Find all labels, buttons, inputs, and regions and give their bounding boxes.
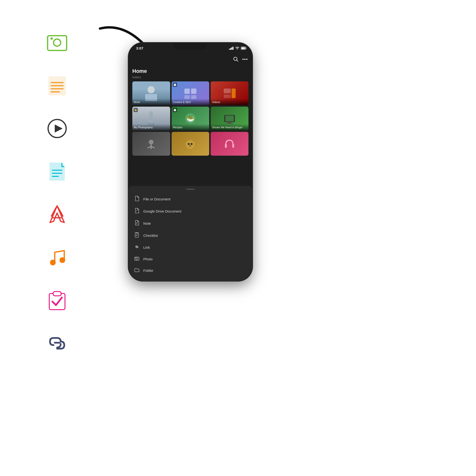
folder-shows-overlay: Shows We Need to Binge! (211, 124, 249, 130)
pdf-icon-item (43, 200, 71, 228)
folder-content-badge (173, 83, 177, 87)
folder-shows-name: Shows We Need to Binge! (212, 126, 242, 129)
svg-rect-21 (233, 47, 234, 50)
app-header-actions[interactable] (233, 57, 248, 62)
svg-point-30 (148, 86, 155, 93)
bottom-drawer: File or Document Google Drive Document (129, 186, 252, 281)
shows-img (223, 112, 236, 125)
video-icon (46, 118, 68, 139)
drawer-item-google-drive[interactable]: Google Drive Document (129, 205, 252, 217)
svg-point-2 (51, 37, 53, 40)
phone-screen: 3:07 (129, 43, 252, 281)
photo-icon (46, 32, 68, 53)
folder-cat[interactable] (171, 132, 209, 156)
drawer-item-link[interactable]: Link (129, 241, 252, 253)
svg-rect-23 (246, 48, 246, 49)
folder-videos[interactable]: Videos (211, 81, 249, 105)
svg-point-29 (246, 59, 248, 60)
drawer-item-checklist[interactable]: Checklist (129, 229, 252, 241)
drawer-note-label: Note (143, 221, 151, 225)
people-icon (173, 83, 176, 86)
svg-point-1 (53, 39, 61, 46)
svg-point-64 (191, 143, 192, 145)
folder-videos-overlay: Videos (211, 99, 249, 105)
svg-rect-65 (225, 144, 227, 148)
svg-text:🥗: 🥗 (186, 115, 194, 122)
folder-fitness[interactable] (132, 132, 170, 156)
svg-point-51 (174, 110, 176, 111)
svg-marker-45 (135, 109, 137, 111)
folder-videos-name: Videos (212, 101, 220, 103)
recipes-img: 🥗 (183, 111, 198, 126)
svg-rect-24 (241, 47, 245, 49)
svg-point-75 (136, 257, 136, 258)
drawer-item-photo[interactable]: Photo (129, 253, 252, 265)
folder-photography-badge (134, 108, 138, 112)
home-title: Home (132, 68, 249, 74)
people-icon-2 (173, 108, 176, 111)
svg-rect-66 (232, 144, 234, 148)
more-icon[interactable] (242, 59, 248, 60)
svg-rect-18 (229, 49, 230, 50)
svg-rect-33 (191, 88, 196, 94)
folder-photography[interactable]: My Photography (132, 107, 170, 130)
svg-rect-16 (53, 291, 61, 296)
link-icon (46, 332, 68, 354)
svg-point-37 (175, 84, 176, 85)
svg-point-56 (149, 140, 153, 144)
drawer-item-file[interactable]: File or Document (129, 193, 252, 205)
drawer-item-note[interactable]: Note (129, 217, 252, 229)
svg-point-28 (244, 59, 246, 60)
photo-icon-item (43, 29, 71, 57)
folder-content-seo[interactable]: Content & SEO (171, 81, 209, 105)
svg-rect-41 (224, 95, 231, 98)
svg-point-14 (60, 257, 65, 263)
folder-recipes-name: Recipes (173, 126, 183, 129)
search-icon[interactable] (233, 57, 238, 62)
svg-point-74 (136, 258, 138, 260)
folder-shows[interactable]: Shows We Need to Binge! (211, 107, 249, 130)
music-icon (46, 246, 68, 268)
music-icon-item (43, 243, 71, 271)
icons-column (43, 29, 71, 357)
svg-rect-53 (225, 116, 234, 121)
svg-rect-35 (191, 95, 196, 99)
status-icons (229, 46, 247, 50)
svg-point-49 (175, 109, 176, 110)
star-icon (134, 108, 137, 111)
folder-drawer-icon (134, 268, 139, 273)
note-icon-item (43, 157, 71, 186)
app-header (129, 53, 252, 65)
svg-rect-43 (150, 111, 153, 124)
content-img (183, 86, 198, 101)
wifi-icon (235, 46, 239, 50)
svg-rect-20 (231, 47, 232, 50)
drawer-folder-label: Folder (143, 269, 153, 272)
pdf-icon (46, 204, 68, 225)
document-icon-item (43, 71, 71, 100)
home-section: Home folders Work (129, 65, 252, 281)
svg-rect-0 (48, 36, 67, 51)
drawer-item-folder[interactable]: Folder (129, 265, 252, 276)
video-icon-item (43, 114, 71, 143)
folders-grid: Work (132, 81, 249, 156)
svg-point-13 (50, 260, 56, 265)
checklist-icon (46, 289, 68, 311)
battery-icon (241, 47, 247, 50)
folder-recipes[interactable]: 🥗 Recipes (171, 107, 209, 130)
note-drawer-icon (134, 220, 139, 227)
svg-rect-19 (230, 48, 231, 50)
photo-drawer-icon (134, 256, 139, 262)
folder-work[interactable]: Work (132, 81, 170, 105)
phone-notch (174, 43, 207, 50)
checklist-drawer-icon (134, 232, 139, 239)
document-icon (46, 75, 68, 96)
link-drawer-icon (134, 244, 139, 250)
svg-line-26 (237, 60, 238, 61)
svg-rect-40 (224, 88, 231, 93)
folder-work-name: Work (134, 101, 140, 103)
folder-pink[interactable] (211, 132, 249, 156)
folder-work-overlay: Work (132, 99, 170, 105)
svg-point-60 (186, 140, 194, 149)
folder-photography-overlay: My Photography (132, 124, 170, 130)
